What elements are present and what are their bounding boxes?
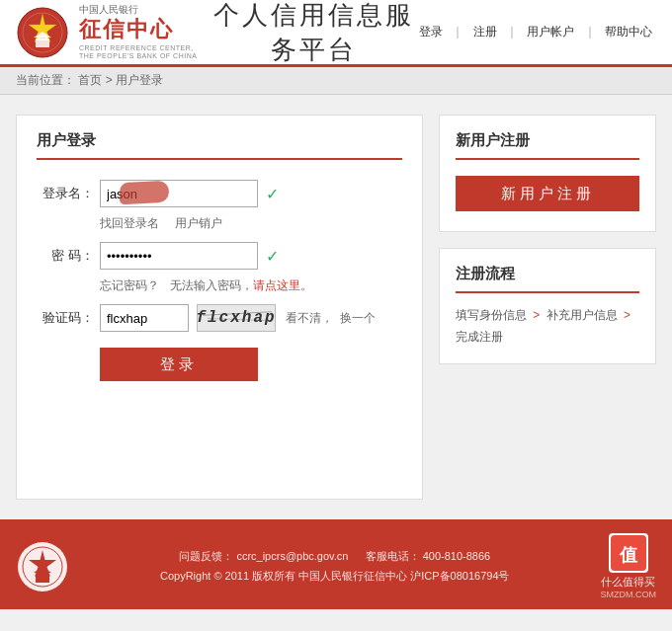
password-row: 密 码： ✓ — [37, 242, 402, 270]
flow-step1: 填写身份信息 — [456, 308, 527, 322]
captcha-display-text: flcxhap — [197, 309, 276, 327]
captcha-image: flcxhap — [197, 304, 276, 332]
captcha-see-link[interactable]: 看不清， — [286, 311, 333, 325]
flow-steps: 填写身份信息 > 补充用户信息 > 完成注册 — [456, 305, 639, 348]
footer: 问题反馈： ccrc_ipcrs@pbc.gov.cn 客服电话： 400-81… — [0, 519, 672, 609]
flow-step3: 完成注册 — [456, 330, 503, 344]
flow-section: 注册流程 填写身份信息 > 补充用户信息 > 完成注册 — [439, 248, 656, 364]
nav-user-link[interactable]: 用户帐户 — [527, 25, 574, 39]
forgot-password-link[interactable]: 忘记密码？ — [100, 278, 159, 292]
service-label: 客服电话： — [366, 550, 420, 562]
feedback-label: 问题反馈： — [179, 550, 233, 562]
smzdm-logo-icon: 值 — [609, 533, 648, 573]
nav-register-link[interactable]: 注册 — [473, 25, 497, 39]
captcha-change-link[interactable]: 换一个 — [340, 311, 376, 325]
logo-cn-top: 中国人民银行 — [79, 3, 197, 16]
footer-info: 问题反馈： ccrc_ipcrs@pbc.gov.cn 客服电话： 400-81… — [85, 547, 585, 587]
logo-text-area: 中国人民银行 征信中心 CREDIT REFERENCE CENTER,THE … — [79, 3, 197, 60]
logo-en-text: CREDIT REFERENCE CENTER,THE PEOPLE'S BAN… — [79, 44, 197, 61]
logo-cn-main: 征信中心 — [79, 16, 197, 44]
username-label: 登录名： — [37, 185, 94, 202]
footer-logo-icon — [16, 540, 69, 593]
captcha-links: 看不清， 换一个 — [286, 310, 379, 327]
login-panel: 用户登录 登录名： ✓ 找回登录名 用户销户 密 码： ✓ 忘记密码？ 无法输入… — [16, 115, 423, 500]
breadcrumb-sep: > — [106, 73, 116, 87]
nav-login-link[interactable]: 登录 — [419, 25, 443, 39]
password-hints: 忘记密码？ 无法输入密码，请点这里。 — [100, 277, 402, 294]
smzdm-label: 什么值得买 — [601, 575, 655, 590]
feedback-email: ccrc_ipcrs@pbc.gov.cn — [236, 550, 348, 562]
username-input-wrapper — [100, 180, 258, 207]
input-hint-text: 无法输入密码， — [170, 278, 253, 292]
username-sub-links: 找回登录名 用户销户 — [100, 215, 402, 232]
password-check-icon: ✓ — [266, 247, 279, 266]
footer-inner: 问题反馈： ccrc_ipcrs@pbc.gov.cn 客服电话： 400-81… — [16, 533, 656, 599]
register-title: 新用户注册 — [456, 131, 639, 160]
main-content: 用户登录 登录名： ✓ 找回登录名 用户销户 密 码： ✓ 忘记密码？ 无法输入… — [0, 95, 672, 519]
smzdm-area: 值 什么值得买 SMZDM.COM — [601, 533, 657, 599]
password-input[interactable] — [100, 242, 258, 270]
service-phone: 400-810-8866 — [423, 550, 491, 562]
breadcrumb-current: 用户登录 — [116, 73, 163, 87]
input-hint-link[interactable]: 请点这里。 — [253, 278, 312, 292]
username-row: 登录名： ✓ — [37, 180, 402, 207]
svg-rect-9 — [36, 575, 49, 583]
breadcrumb-home[interactable]: 首页 — [78, 73, 102, 87]
login-panel-title: 用户登录 — [37, 131, 402, 160]
smzdm-sub: SMZDM.COM — [601, 590, 657, 599]
flow-step2: 补充用户信息 — [546, 308, 618, 322]
captcha-label: 验证码： — [37, 309, 94, 327]
svg-text:值: 值 — [619, 545, 638, 565]
captcha-input[interactable] — [100, 304, 189, 332]
flow-arrow2: > — [624, 308, 630, 322]
captcha-row: 验证码： flcxhap 看不清， 换一个 — [37, 304, 402, 332]
username-input[interactable] — [100, 180, 258, 207]
logo-emblem-icon — [16, 6, 69, 59]
username-check-icon: ✓ — [266, 185, 279, 203]
flow-title: 注册流程 — [456, 265, 639, 293]
nav-help-link[interactable]: 帮助中心 — [605, 25, 652, 39]
smzdm-icon: 值 — [611, 535, 646, 571]
find-username-link[interactable]: 找回登录名 — [100, 215, 159, 232]
register-button[interactable]: 新用户注册 — [456, 176, 639, 211]
site-title: 个人信用信息服务平台 — [213, 0, 415, 67]
logo-area: 中国人民银行 征信中心 CREDIT REFERENCE CENTER,THE … — [16, 3, 213, 60]
cancel-account-link[interactable]: 用户销户 — [175, 215, 222, 232]
flow-arrow1: > — [533, 308, 540, 322]
right-panel: 新用户注册 新用户注册 注册流程 填写身份信息 > 补充用户信息 > 完成注册 — [439, 115, 656, 500]
register-section: 新用户注册 新用户注册 — [439, 115, 656, 232]
password-label: 密 码： — [37, 247, 94, 265]
login-button[interactable]: 登录 — [100, 348, 258, 381]
footer-copyright: CopyRight © 2011 版权所有 中国人民银行征信中心 沪ICP备08… — [85, 567, 585, 587]
breadcrumb-label: 当前位置： — [16, 73, 75, 87]
breadcrumb: 当前位置： 首页 > 用户登录 — [0, 67, 672, 95]
header: 中国人民银行 征信中心 CREDIT REFERENCE CENTER,THE … — [0, 0, 672, 67]
footer-contact: 问题反馈： ccrc_ipcrs@pbc.gov.cn 客服电话： 400-81… — [85, 547, 585, 567]
header-nav: 登录 ｜ 注册 ｜ 用户帐户 ｜ 帮助中心 — [415, 24, 656, 40]
